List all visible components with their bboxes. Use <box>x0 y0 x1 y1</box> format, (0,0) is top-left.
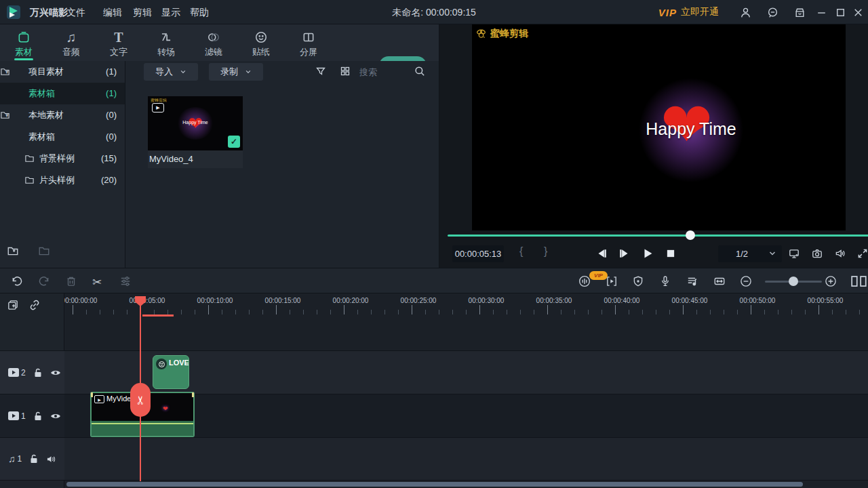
zoom-in-button[interactable] <box>825 275 837 287</box>
timeline-horizontal-scrollbar[interactable] <box>66 482 803 487</box>
menu-view[interactable]: 显示 <box>155 0 187 24</box>
lock-icon[interactable] <box>34 368 42 378</box>
tree-item-label: 片头样例 <box>39 169 75 191</box>
import-dropdown[interactable]: 导入 <box>144 63 198 81</box>
tree-item-label: 素材箱 <box>28 126 55 148</box>
lock-icon[interactable] <box>34 411 42 421</box>
sticker-clip[interactable]: LOVE <box>153 355 189 389</box>
marker-button[interactable] <box>632 275 644 287</box>
properties-button[interactable] <box>119 275 132 287</box>
filter-funnel-icon[interactable] <box>315 66 326 77</box>
timeline-ruler[interactable]: 00:00:00:00 00:00:05:00 00:00:10:00 00:0… <box>64 296 868 317</box>
current-timecode: 00:00:05:13 <box>452 245 504 262</box>
tab-filter[interactable]: 滤镜 <box>190 24 237 61</box>
voiceover-mic-button[interactable] <box>659 275 671 287</box>
audio-mixer-button[interactable] <box>578 275 591 287</box>
vip-upgrade-button[interactable]: VIP 立即开通 <box>658 0 719 24</box>
store-icon[interactable] <box>794 7 806 18</box>
mark-in-icon[interactable]: { <box>519 245 523 258</box>
track-layout-icon[interactable] <box>850 275 868 287</box>
mark-out-icon[interactable]: } <box>544 245 547 258</box>
snapshot-camera-icon[interactable] <box>811 247 823 260</box>
dual-monitor-icon[interactable] <box>788 247 800 260</box>
split-scissors-button[interactable]: ✂ <box>92 275 104 287</box>
tree-item-count: (0) <box>106 104 117 126</box>
smiley-icon <box>254 30 269 45</box>
app-window: 万兴喵影 文件 编辑 剪辑 显示 帮助 未命名: 00:00:09:15 VIP… <box>0 0 868 488</box>
menu-file[interactable]: 文件 <box>60 0 92 24</box>
ruler-label: 00:00:55:00 <box>802 297 849 304</box>
undo-button[interactable] <box>11 275 23 287</box>
tree-item-project-media[interactable]: ▾ 项目素材 (1) <box>0 61 125 83</box>
tab-media[interactable]: 素材 <box>0 24 47 61</box>
speaker-icon[interactable] <box>46 455 56 464</box>
preview-quality-dropdown[interactable]: 1/2 <box>718 245 782 262</box>
audio-list-button[interactable] <box>686 275 698 287</box>
fit-timeline-button[interactable] <box>713 275 726 287</box>
eye-icon[interactable] <box>50 369 61 377</box>
volume-icon[interactable] <box>834 247 846 260</box>
ruler-label: 00:00:20:00 <box>327 297 374 304</box>
previous-frame-button[interactable] <box>595 247 608 260</box>
tree-item-local-media[interactable]: ▾ 本地素材 (0) <box>0 104 125 126</box>
zoom-out-button[interactable] <box>740 275 752 287</box>
tab-splitscreen-label: 分屏 <box>285 46 332 58</box>
play-button[interactable] <box>642 247 654 260</box>
timeline-panel: 00:00:00:00 00:00:05:00 00:00:10:00 00:0… <box>0 293 868 488</box>
tab-text-label: 文字 <box>95 46 142 58</box>
search-input[interactable] <box>359 64 412 80</box>
lock-icon[interactable] <box>30 454 38 464</box>
render-preview-button[interactable] <box>606 275 618 287</box>
preview-screen[interactable]: 蜜蜂剪辑 ❤ Happy Time <box>472 24 846 230</box>
tree-item-count: (1) <box>106 61 117 83</box>
timeline-zoom-handle[interactable] <box>789 277 798 286</box>
scissors-icon: ✂ <box>134 395 148 405</box>
account-icon[interactable] <box>740 7 751 18</box>
delete-button[interactable] <box>65 275 77 287</box>
search-icon[interactable] <box>414 65 426 77</box>
next-frame-button[interactable] <box>618 247 631 260</box>
chevron-down-icon <box>768 249 776 258</box>
media-item-card[interactable]: 蜜蜂剪辑 ▶ ❤ Happy Time ✓ MyVideo_4 <box>148 96 243 168</box>
preview-watermark: 蜜蜂剪辑 <box>475 28 528 40</box>
minimize-button[interactable] <box>816 7 827 18</box>
stop-button[interactable] <box>665 247 677 260</box>
clip-selection-handle[interactable] <box>192 392 194 397</box>
menu-help[interactable]: 帮助 <box>183 0 216 24</box>
delete-folder-icon[interactable] <box>38 245 50 257</box>
tab-text[interactable]: T 文字 <box>95 24 142 61</box>
tree-item-media-bin-local[interactable]: 素材箱 (0) <box>0 126 125 148</box>
video-clip-icon: ▶ <box>94 395 104 403</box>
add-track-icon[interactable] <box>7 299 19 311</box>
thumb-title-text: Happy Time <box>170 120 221 125</box>
redo-button[interactable] <box>38 275 50 287</box>
new-folder-icon[interactable] <box>7 245 19 257</box>
fullscreen-icon[interactable] <box>856 247 868 260</box>
tab-audio[interactable]: ♫ 音频 <box>47 24 95 61</box>
tree-item-media-bin-project[interactable]: 素材箱 (1) <box>0 83 125 104</box>
preview-seekbar[interactable] <box>448 235 868 237</box>
tab-sticker[interactable]: 贴纸 <box>237 24 285 61</box>
empty-lane[interactable] <box>64 317 868 350</box>
tree-item-intro-samples[interactable]: 片头样例 (20) <box>0 169 125 191</box>
feedback-icon[interactable] <box>767 7 778 18</box>
maximize-button[interactable] <box>835 7 846 18</box>
menu-clip[interactable]: 剪辑 <box>126 0 159 24</box>
tab-splitscreen[interactable]: 分屏 <box>285 24 332 61</box>
tab-audio-label: 音频 <box>47 46 95 58</box>
eye-icon[interactable] <box>50 412 61 420</box>
ruler-major-ticks <box>73 305 868 314</box>
clip-selection-handle[interactable] <box>91 392 93 397</box>
tree-item-background-samples[interactable]: 背景样例 (15) <box>0 148 125 169</box>
grid-view-icon[interactable] <box>340 66 351 77</box>
audio-track-1-lane[interactable] <box>64 437 868 481</box>
tab-transition[interactable]: 转场 <box>142 24 190 61</box>
close-button[interactable] <box>852 7 864 18</box>
menu-edit[interactable]: 编辑 <box>96 0 129 24</box>
record-dropdown[interactable]: 录制 <box>209 63 263 81</box>
playhead-split-button[interactable]: ✂ <box>130 383 151 417</box>
sticker-clip-label: LOVE <box>169 359 189 367</box>
audio-track-1-header: ♫ 1 <box>0 437 64 481</box>
seekbar-handle[interactable] <box>686 230 695 240</box>
link-icon[interactable] <box>28 299 41 311</box>
